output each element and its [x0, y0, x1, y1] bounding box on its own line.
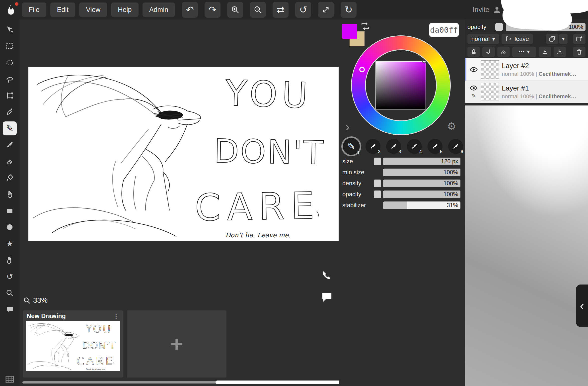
lock-layer-button[interactable]: [467, 47, 480, 57]
menu-view[interactable]: View: [79, 2, 107, 17]
collapse-side-panel-button[interactable]: ‹: [576, 285, 588, 327]
more-options-button[interactable]: ••• ▾: [512, 47, 536, 57]
density-pressure-toggle[interactable]: [374, 180, 381, 187]
color-brush-panel: da00ff › ⚙ ✎ 1 2 3: [339, 19, 465, 386]
phone-icon: [321, 270, 333, 282]
leave-session-button[interactable]: leave: [502, 34, 533, 44]
tool-brush[interactable]: [0, 137, 19, 153]
sv-selector-dot[interactable]: [422, 59, 426, 63]
density-value: 100%: [443, 180, 458, 187]
film-strip-icon: [5, 376, 14, 383]
voice-call-button[interactable]: [321, 270, 333, 282]
tool-hand-pan[interactable]: [0, 252, 19, 268]
layer-owner: Cecilthemek…: [539, 71, 577, 77]
tool-move[interactable]: [0, 21, 19, 38]
primary-color-swatch[interactable]: [342, 24, 357, 39]
tool-ellipse-shape[interactable]: [0, 219, 19, 235]
marquee-rect-icon: [6, 42, 14, 50]
size-slider[interactable]: 120 px: [383, 158, 460, 165]
tool-eyedropper[interactable]: [0, 104, 19, 120]
layer-opacity-slider[interactable]: 100%: [506, 23, 586, 31]
tool-ellipse-select[interactable]: [0, 54, 19, 71]
layer-opacity-toggle[interactable]: [495, 23, 503, 31]
merge-down-button[interactable]: [539, 47, 551, 57]
menu-help[interactable]: Help: [111, 2, 139, 17]
flip-canvas-button[interactable]: ⇄: [273, 2, 289, 18]
menu-file[interactable]: File: [22, 2, 46, 17]
add-drawing-card[interactable]: +: [127, 310, 226, 378]
opacity-pressure-toggle[interactable]: [374, 191, 381, 198]
redo-button[interactable]: ↷: [205, 2, 220, 18]
zoom-out-button[interactable]: [250, 2, 266, 18]
brush-slot-1[interactable]: ✎ 1: [343, 138, 360, 155]
tool-transform[interactable]: [0, 87, 19, 104]
layer-row-2[interactable]: Layer #2 normal 100% | Cecilthemek…: [465, 58, 588, 81]
eraser-icon: [6, 157, 14, 165]
brush-slot-2[interactable]: 2: [366, 139, 380, 154]
kebab-menu-icon[interactable]: ⋮: [113, 313, 119, 319]
add-layer-button[interactable]: [573, 34, 586, 44]
rectangle-icon: [6, 207, 14, 215]
canvas-word-dont: DON'T: [214, 132, 325, 172]
brush-slot-6[interactable]: 6: [448, 139, 463, 154]
menu-admin[interactable]: Admin: [143, 2, 175, 17]
layer-visibility-icon[interactable]: [469, 85, 478, 91]
hex-color-field[interactable]: da00ff: [429, 23, 459, 37]
tool-rect-select[interactable]: [0, 38, 19, 54]
opacity-slider[interactable]: 100%: [383, 191, 460, 198]
color-settings-button[interactable]: ⚙: [447, 121, 456, 132]
tool-fill[interactable]: [0, 170, 19, 186]
undo-button[interactable]: ↶: [182, 2, 198, 18]
zoom-in-button[interactable]: [227, 2, 243, 18]
opacity-value: 100%: [443, 191, 458, 198]
tool-smudge[interactable]: [0, 186, 19, 202]
brush-slots: ✎ 1 2 3 4: [343, 137, 463, 156]
min-size-slider[interactable]: 100%: [383, 169, 460, 176]
brush-slot-number: 2: [378, 149, 380, 154]
layer-visibility-icon[interactable]: [469, 66, 478, 73]
menu-edit[interactable]: Edit: [50, 2, 75, 17]
layer-row-1[interactable]: ✎ Layer #1 normal 100% | Cecilthemek…: [465, 81, 588, 103]
layers-panel-empty-area: [465, 105, 588, 386]
chat-panel-button[interactable]: [321, 292, 332, 302]
app-logo[interactable]: [4, 3, 18, 17]
swap-colors-button[interactable]: [360, 22, 370, 30]
alpha-lock-button[interactable]: [497, 47, 510, 57]
tool-eraser[interactable]: [0, 153, 19, 170]
more-options-icon: •••: [519, 49, 525, 55]
invite-button[interactable]: Invite: [473, 5, 502, 14]
zoom-in-icon: [231, 5, 239, 14]
lock-icon: [470, 49, 477, 55]
timeline-button[interactable]: [5, 376, 14, 383]
hue-selector-dot[interactable]: [359, 67, 365, 72]
size-pressure-toggle[interactable]: [374, 158, 381, 165]
clipping-mask-button[interactable]: [482, 47, 495, 57]
layer-options-caret-button[interactable]: ▾: [559, 34, 568, 44]
delete-layer-button[interactable]: [573, 47, 586, 57]
layer-name: Layer #1: [502, 84, 576, 92]
stabilizer-slider[interactable]: 31%: [383, 201, 460, 209]
brush-slot-3[interactable]: 3: [386, 139, 401, 154]
tool-pencil[interactable]: ✎: [0, 120, 19, 137]
canvas-word-care: CARE: [195, 184, 321, 229]
rotate-left-button[interactable]: ↺: [295, 2, 311, 18]
tool-star-shape[interactable]: ★: [0, 235, 19, 252]
brush-slot-4[interactable]: 4: [407, 139, 422, 154]
tool-zoom[interactable]: [0, 285, 19, 301]
brush-slot-5[interactable]: 5: [428, 139, 442, 154]
fit-screen-button[interactable]: [318, 2, 334, 18]
drawing-canvas[interactable]: YOU DON'T CARE Don't lie. Leave me.: [28, 67, 339, 241]
tool-chat[interactable]: [0, 301, 19, 318]
tool-undo[interactable]: ↺: [0, 268, 19, 285]
tool-rectangle-shape[interactable]: [0, 202, 19, 219]
collapse-color-panel-button[interactable]: ›: [345, 120, 350, 133]
tool-lasso-select[interactable]: [0, 71, 19, 87]
density-slider[interactable]: 100%: [383, 180, 460, 187]
blend-mode-dropdown[interactable]: normal ▾: [467, 34, 499, 44]
export-layer-button[interactable]: [554, 47, 566, 57]
reset-rotation-button[interactable]: ↻: [341, 2, 357, 18]
saturation-value-square[interactable]: [375, 61, 426, 109]
duplicate-layer-button[interactable]: [546, 34, 558, 44]
drawing-card[interactable]: New Drawing ⋮: [23, 310, 123, 378]
brush-slot-number: 5: [440, 149, 442, 154]
